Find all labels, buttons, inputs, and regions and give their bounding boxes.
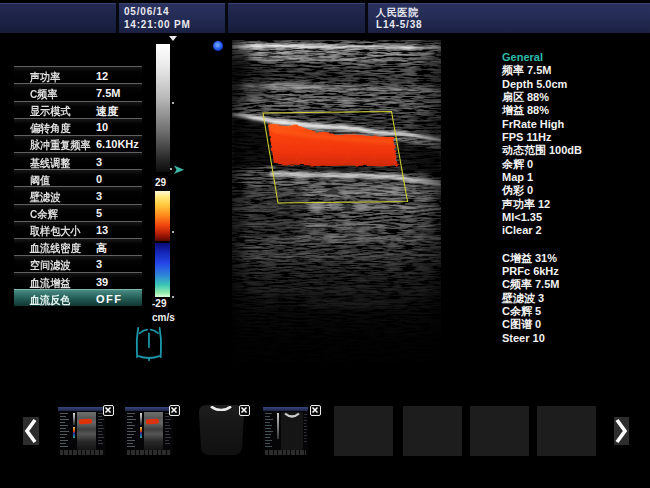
- doppler-colorbar-positive: [155, 191, 170, 241]
- info-line: iClear2: [502, 224, 650, 237]
- parameter-value: 6.10KHz: [96, 138, 139, 150]
- parameter-row-1[interactable]: 声功率12: [14, 66, 142, 83]
- info-line: C频率7.5M: [502, 278, 650, 291]
- parameter-value: 7.5M: [96, 87, 120, 99]
- thumbnail-4[interactable]: [263, 406, 308, 455]
- focus-dot: [172, 102, 174, 104]
- hospital-name: 人民医院: [376, 6, 419, 20]
- info-line: 动态范围100dB: [502, 144, 650, 157]
- parameter-row-14[interactable]: 血流反色OFF: [14, 289, 142, 306]
- steer-arrow-icon: [173, 164, 186, 176]
- info-line: 伪彩0: [502, 184, 650, 197]
- mini-text-right: [164, 413, 172, 447]
- date-text: 05/06/14: [124, 6, 169, 17]
- image-info-panel: General 频率7.5MDepth5.0cm扇区88%增益88%FrRate…: [502, 51, 650, 238]
- info-line: MI<1.35: [502, 211, 650, 224]
- mini-text-right: [303, 414, 308, 444]
- info-line: 增益88%: [502, 104, 650, 117]
- marker-dot: [170, 168, 172, 170]
- parameter-row-9[interactable]: C余辉5: [14, 204, 142, 221]
- parameter-value: 3: [96, 258, 102, 270]
- thumbnail-4-close-button[interactable]: [310, 405, 321, 416]
- ultrasound-screen: 05/06/14 14:21:00 PM 人民医院 L14-5/38 声功率12…: [0, 0, 650, 488]
- parameter-row-3[interactable]: 显示模式速度: [14, 101, 142, 118]
- gallery-prev-button[interactable]: [23, 417, 39, 445]
- info-line: C增益31%: [502, 252, 650, 265]
- thumbnail-3-close-button[interactable]: [239, 405, 250, 416]
- mini-text-left: [126, 413, 139, 449]
- phantom-arc: [281, 412, 303, 424]
- info-line: 余辉0: [502, 158, 650, 171]
- ultrasound-image: [232, 40, 441, 362]
- parameter-row-8[interactable]: 壁滤波3: [14, 186, 142, 203]
- thumbnail-1[interactable]: [58, 406, 106, 455]
- color-info-panel: C增益31%PRFc6kHzC频率7.5M壁滤波3C余辉5C图谱0Steer10: [502, 252, 650, 345]
- probe-model: L14-5/38: [376, 19, 422, 30]
- close-icon: [240, 406, 248, 414]
- mini-text-right: [97, 413, 105, 447]
- parameter-value: 39: [96, 276, 108, 288]
- gain-marker-icon: [169, 36, 177, 41]
- info-line: 壁滤波3: [502, 292, 650, 305]
- info-line: Steer10: [502, 332, 650, 345]
- parameter-row-2[interactable]: C频率7.5M: [14, 83, 142, 100]
- topbar-hospital: 人民医院 L14-5/38: [368, 3, 650, 33]
- parameter-row-10[interactable]: 取样包大小13: [14, 221, 142, 238]
- gallery-empty-slot-1: [334, 406, 393, 456]
- doppler-colorbar-negative: [155, 243, 170, 297]
- parameter-row-6[interactable]: 基线调整3: [14, 152, 142, 169]
- thumbnail-2[interactable]: [125, 406, 173, 455]
- chevron-left-icon: [23, 417, 39, 445]
- gallery-empty-slot-2: [403, 406, 462, 456]
- parameter-row-7[interactable]: 阈值0: [14, 169, 142, 186]
- parameter-value: 3: [96, 190, 102, 202]
- info-title: General: [502, 51, 650, 64]
- probe-orientation-dot: [213, 41, 223, 51]
- close-icon: [104, 406, 112, 414]
- thumbnail-2-close-button[interactable]: [169, 405, 180, 416]
- info-line: 扇区88%: [502, 91, 650, 104]
- mini-text-left: [264, 413, 276, 449]
- top-bar: 05/06/14 14:21:00 PM 人民医院 L14-5/38: [0, 3, 650, 33]
- parameter-value: 12: [96, 70, 108, 82]
- info-line: 频率7.5M: [502, 64, 650, 77]
- parameter-row-12[interactable]: 空间滤波3: [14, 255, 142, 272]
- mini-text-left: [59, 413, 72, 449]
- gallery-empty-slot-4: [537, 406, 596, 456]
- parameter-value: 5: [96, 207, 102, 219]
- parameter-value: 10: [96, 121, 108, 133]
- topbar-segment-blank-1: [0, 3, 116, 33]
- grayscale-bar: [156, 44, 170, 172]
- thumbnail-1-close-button[interactable]: [103, 405, 114, 416]
- baseline-dot-1: [172, 231, 174, 233]
- parameter-value: 3: [96, 156, 102, 168]
- parameter-label: 血流反色: [30, 293, 70, 308]
- time-text: 14:21:00 PM: [124, 19, 191, 30]
- info-line: FPS11Hz: [502, 131, 650, 144]
- info-line: 声功率12: [502, 198, 650, 211]
- parameter-row-5[interactable]: 脉冲重复频率6.10KHz: [14, 135, 142, 152]
- info-line: FrRateHigh: [502, 118, 650, 131]
- parameter-value: OFF: [96, 293, 123, 305]
- parameter-row-13[interactable]: 血流增益39: [14, 272, 142, 289]
- topbar-segment-blank-2: [228, 3, 365, 33]
- velocity-min-label: -29: [152, 298, 166, 309]
- parameter-row-4[interactable]: 偏转角度10: [14, 118, 142, 135]
- baseline-dot-2: [172, 296, 174, 298]
- info-line: C图谱0: [502, 318, 650, 331]
- info-line: Map1: [502, 171, 650, 184]
- info-line: Depth5.0cm: [502, 78, 650, 91]
- info-line: C余辉5: [502, 305, 650, 318]
- close-icon: [311, 406, 319, 414]
- parameter-value: 0: [96, 173, 102, 185]
- close-icon: [170, 406, 178, 414]
- gallery-empty-slot-3: [470, 406, 529, 456]
- gallery-next-button[interactable]: [614, 417, 629, 445]
- velocity-max-label: 29: [155, 177, 166, 188]
- parameter-row-11[interactable]: 血流线密度高: [14, 238, 142, 255]
- parameter-value: 13: [96, 224, 108, 236]
- body-mark-icon: [134, 326, 164, 362]
- velocity-unit-label: cm/s: [152, 312, 175, 323]
- info-line: PRFc6kHz: [502, 265, 650, 278]
- topbar-datetime: 05/06/14 14:21:00 PM: [119, 3, 225, 33]
